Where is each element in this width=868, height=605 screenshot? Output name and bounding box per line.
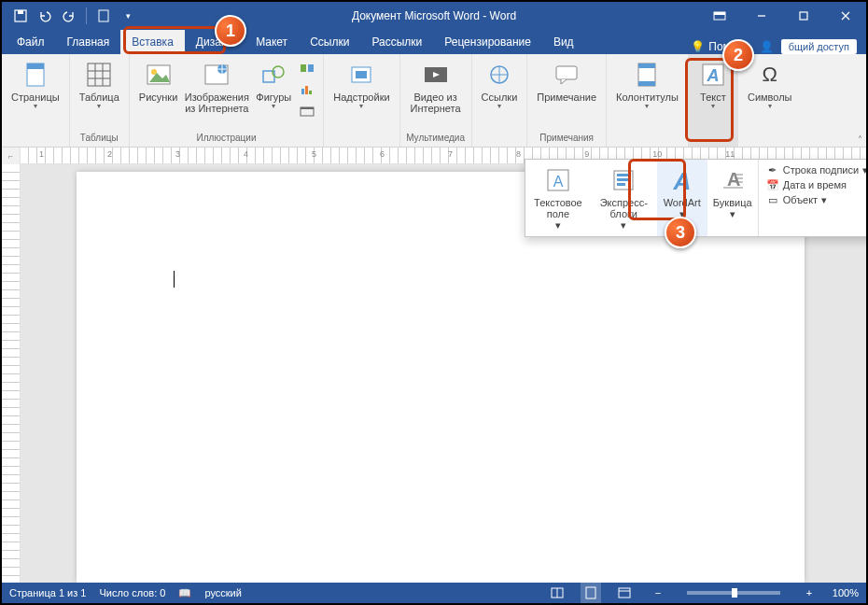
svg-rect-30: [356, 71, 367, 78]
read-mode-button[interactable]: [547, 583, 567, 603]
signature-icon: ✒: [766, 163, 779, 176]
new-doc-button[interactable]: [92, 5, 115, 27]
headerfooter-button[interactable]: Колонтитулы▾: [612, 58, 682, 113]
svg-rect-54: [619, 588, 630, 598]
svg-text:A: A: [553, 174, 564, 190]
addins-icon: [346, 60, 376, 90]
ruler-numbers: 1234567891011: [39, 149, 735, 159]
date-time-button[interactable]: 📅Дата и время: [766, 178, 868, 191]
links-button[interactable]: Ссылки▾: [478, 58, 522, 113]
tab-file[interactable]: Файл: [6, 30, 56, 54]
signature-line-button[interactable]: ✒Строка подписи ▾: [766, 163, 868, 176]
group-symbols: Ω Символы▾: [738, 54, 802, 147]
svg-rect-22: [301, 64, 306, 72]
group-tables: Таблица▾ Таблицы: [70, 54, 130, 147]
quickparts-icon: [609, 165, 638, 195]
wordart-icon: A: [667, 165, 697, 195]
status-language[interactable]: русский: [204, 587, 241, 598]
shapes-button[interactable]: Фигуры▾: [252, 58, 295, 113]
status-bar: Страница 1 из 1 Число слов: 0 📖 русский …: [2, 583, 866, 603]
object-button[interactable]: ▭Объект ▾: [766, 193, 868, 206]
page-icon: [21, 60, 50, 90]
redo-button[interactable]: [58, 5, 80, 27]
ribbon-options-button[interactable]: [698, 2, 740, 30]
svg-rect-24: [301, 89, 304, 94]
smartart-button[interactable]: [297, 58, 317, 78]
svg-rect-35: [638, 63, 655, 68]
badge-3: 3: [665, 217, 696, 248]
tab-review[interactable]: Рецензирование: [433, 30, 542, 54]
online-video-button[interactable]: Видео из Интернета: [406, 58, 466, 116]
svg-text:A: A: [727, 169, 740, 190]
text-cursor: [174, 271, 175, 288]
minimize-button[interactable]: [740, 2, 782, 30]
online-pictures-button[interactable]: Изображения из Интернета: [183, 58, 250, 116]
ruler-corner: ⌐: [2, 148, 21, 164]
object-icon: ▭: [766, 193, 779, 206]
qat-more-button[interactable]: ▾: [117, 5, 139, 27]
close-button[interactable]: [824, 2, 866, 30]
tab-view[interactable]: Вид: [542, 30, 585, 54]
svg-rect-2: [99, 10, 108, 21]
save-button[interactable]: [9, 5, 32, 27]
badge-2: 2: [722, 39, 754, 71]
user-icon[interactable]: 👤: [760, 40, 774, 53]
quick-access-toolbar: ▾: [2, 5, 139, 27]
comment-button[interactable]: Примечание: [533, 58, 600, 105]
shapes-icon: [259, 60, 288, 90]
svg-rect-44: [617, 183, 625, 186]
status-page[interactable]: Страница 1 из 1: [9, 587, 86, 598]
pages-button[interactable]: Страницы▾: [7, 58, 63, 113]
comment-icon: [552, 60, 581, 90]
quickparts-button[interactable]: Экспресс-блоки▾: [591, 160, 657, 236]
dropcap-button[interactable]: A Буквица▾: [707, 160, 758, 236]
tab-home[interactable]: Главная: [56, 30, 121, 54]
vertical-ruler[interactable]: [2, 164, 21, 594]
zoom-slider[interactable]: [687, 591, 780, 595]
zoom-in-button[interactable]: +: [799, 583, 819, 603]
zoom-level[interactable]: 100%: [833, 587, 859, 598]
svg-text:A: A: [706, 66, 719, 85]
bulb-icon: 💡: [691, 40, 705, 53]
dropcap-icon: A: [718, 165, 748, 195]
collapse-ribbon-button[interactable]: ˄: [858, 134, 862, 145]
web-layout-button[interactable]: [614, 583, 635, 603]
table-button[interactable]: Таблица▾: [76, 58, 123, 113]
tab-mailings[interactable]: Рассылки: [360, 30, 433, 54]
addins-button[interactable]: Надстройки▾: [329, 58, 393, 113]
window-controls: [698, 2, 866, 30]
svg-text:A: A: [672, 167, 691, 193]
video-icon: [421, 60, 451, 90]
status-wordcount[interactable]: Число слов: 0: [99, 587, 165, 598]
tab-references[interactable]: Ссылки: [299, 30, 360, 54]
proofing-icon[interactable]: 📖: [178, 587, 191, 599]
svg-rect-4: [714, 12, 725, 15]
link-icon: [484, 60, 514, 90]
print-layout-button[interactable]: [581, 583, 601, 603]
svg-point-17: [151, 69, 157, 75]
text-dropdown-popup: A Текстовое поле▾ Экспресс-блоки▾ A Word…: [525, 159, 868, 237]
text-icon: A: [698, 60, 728, 90]
svg-rect-53: [586, 587, 595, 598]
group-addins: Надстройки▾: [324, 54, 399, 147]
svg-rect-1: [18, 10, 23, 14]
zoom-out-button[interactable]: −: [648, 583, 668, 603]
svg-rect-10: [27, 63, 44, 69]
group-pages: Страницы▾: [2, 54, 70, 147]
svg-rect-28: [301, 107, 314, 109]
chart-button[interactable]: [297, 79, 317, 100]
omega-icon: Ω: [755, 60, 785, 90]
badge-1: 1: [215, 15, 246, 47]
group-headerfooter: Колонтитулы▾: [607, 54, 689, 147]
svg-rect-25: [305, 86, 308, 94]
textbox-button[interactable]: A Текстовое поле▾: [525, 160, 591, 236]
tab-insert[interactable]: Вставка: [120, 30, 185, 54]
svg-rect-36: [638, 81, 655, 86]
share-button[interactable]: бщий доступ: [781, 39, 857, 54]
undo-button[interactable]: [34, 5, 56, 27]
screenshot-button[interactable]: [297, 101, 317, 121]
maximize-button[interactable]: [782, 2, 824, 30]
symbols-button[interactable]: Ω Символы▾: [744, 58, 796, 113]
pictures-button[interactable]: Рисунки: [135, 58, 182, 105]
tab-layout[interactable]: Макет: [245, 30, 299, 54]
